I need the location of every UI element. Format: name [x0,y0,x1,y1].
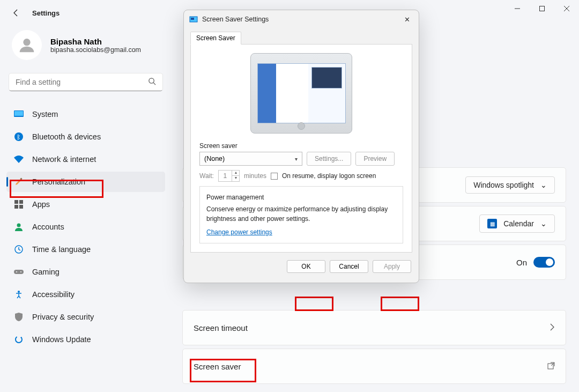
calendar-select[interactable]: ▦ Calendar ⌄ [479,215,555,233]
profile-name: Bipasha Nath [50,37,141,46]
calendar-icon: ▦ [487,219,497,228]
power-management-legend: Power management [204,194,266,201]
nav-label: Bluetooth & devices [32,132,101,141]
nav-personalization[interactable]: Personalization [6,172,165,192]
resume-checkbox[interactable] [271,173,278,180]
screen-saver-label: Screen saver [194,362,241,371]
wifi-icon [14,154,24,164]
svg-point-20 [18,291,20,293]
nav-update[interactable]: Windows Update [6,329,165,350]
svg-point-18 [16,271,17,272]
nav-bluetooth[interactable]: Bluetooth & devices [6,127,165,147]
screensaver-group-label: Screen saver [199,142,403,150]
minutes-label: minutes [244,172,266,180]
screensaver-select[interactable]: (None) ▾ [199,152,302,166]
svg-rect-12 [19,200,23,204]
gamepad-icon [14,267,24,277]
monitor-preview [250,53,352,134]
chevron-down-icon: ⌄ [540,181,547,189]
cancel-button[interactable]: Cancel [330,260,368,273]
nav-label: Gaming [32,268,60,276]
nav-label: Accounts [32,223,64,231]
back-button[interactable] [10,6,23,19]
svg-point-4 [23,39,30,46]
preview-button: Preview [355,152,395,166]
nav-label: Privacy & security [32,313,94,321]
svg-rect-17 [14,270,24,274]
open-external-icon [547,362,555,371]
nav-privacy[interactable]: Privacy & security [6,307,165,327]
toggle-label: On [516,258,527,267]
minimize-button[interactable] [505,0,530,17]
screen-saver-dialog: Screen Saver Settings ✕ Screen Saver Scr… [183,10,419,283]
tab-screen-saver[interactable]: Screen Saver [190,32,241,45]
screen-timeout-label: Screen timeout [194,323,248,332]
svg-line-6 [153,83,155,85]
clock-icon [14,245,24,254]
wait-value[interactable] [219,172,232,180]
settings-button: Settings... [307,152,351,166]
svg-rect-24 [191,18,194,20]
nav-gaming[interactable]: Gaming [6,262,165,282]
wait-label: Wait: [199,172,214,180]
change-power-settings-link[interactable]: Change power settings [206,228,272,236]
window-title: Settings [32,9,60,17]
update-icon [14,335,24,344]
power-management-text: Conserve energy or maximize performance … [206,204,396,224]
apps-icon [14,199,24,209]
chevron-down-icon: ⌄ [540,219,547,228]
screen-saver-row[interactable]: Screen saver [182,349,566,384]
person-icon [14,222,24,232]
svg-point-21 [16,336,22,343]
bluetooth-icon [14,132,24,142]
nav-network[interactable]: Network & internet [6,149,165,169]
nav-system[interactable]: System [6,104,165,124]
nav-label: Windows Update [32,335,91,344]
apply-button: Apply [373,260,411,273]
maximize-button[interactable] [530,0,554,17]
svg-point-19 [20,271,21,272]
nav-accessibility[interactable]: Accessibility [6,284,165,305]
resume-label: On resume, display logon screen [282,172,376,180]
nav-label: Network & internet [32,155,96,164]
spotlight-select[interactable]: Windows spotlight ⌄ [465,176,555,194]
profile-block[interactable]: Bipasha Nath bipasha.sociolabs@gmail.com [6,26,165,73]
spin-down[interactable]: ▼ [232,176,240,181]
search-icon [148,77,156,87]
spotlight-label: Windows spotlight [473,181,534,189]
dialog-title: Screen Saver Settings [202,16,269,23]
accessibility-icon [14,290,24,299]
chevron-right-icon [550,323,555,332]
ok-button[interactable]: OK [287,260,325,273]
chevron-down-icon: ▾ [295,156,298,162]
search-input[interactable] [16,78,148,86]
dialog-close-button[interactable]: ✕ [400,16,413,24]
svg-rect-8 [14,111,23,116]
svg-rect-1 [540,6,545,11]
shield-icon [14,312,24,322]
screensaver-selected: (None) [204,155,225,162]
svg-rect-11 [14,200,18,204]
wait-spinner[interactable]: ▲▼ [218,170,240,182]
dialog-icon [189,15,198,24]
calendar-label: Calendar [503,219,534,228]
screen-timeout-row[interactable]: Screen timeout [182,310,566,345]
toggle-switch[interactable] [533,257,555,268]
close-button[interactable] [554,0,579,17]
profile-email: bipasha.sociolabs@gmail.com [50,46,141,54]
paintbrush-icon [14,177,24,187]
nav-label: Time & language [32,245,91,254]
nav-time[interactable]: Time & language [6,239,165,260]
nav-label: Accessibility [32,290,75,299]
search-box[interactable] [9,73,163,91]
nav-label: System [32,110,58,119]
nav-apps[interactable]: Apps [6,194,165,215]
nav-accounts[interactable]: Accounts [6,217,165,237]
nav-label: Personalization [32,177,85,186]
svg-point-15 [17,224,21,227]
svg-rect-14 [19,205,23,209]
monitor-icon [14,109,24,119]
svg-rect-13 [14,205,18,209]
svg-point-5 [149,78,154,83]
spin-up[interactable]: ▲ [232,171,240,176]
